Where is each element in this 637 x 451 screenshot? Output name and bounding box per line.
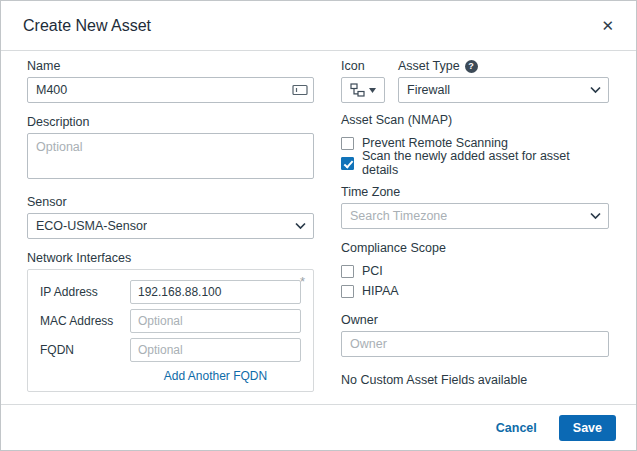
checkbox-label: HIPAA [362,284,399,298]
fqdn-input[interactable] [130,338,301,362]
custom-fields-note: No Custom Asset Fields available [341,373,609,387]
name-field: Name [27,59,314,103]
chevron-down-icon [590,87,601,94]
asset-type-select[interactable]: Firewall [398,77,609,103]
time-zone-field: Time Zone Search Timezone [341,185,609,229]
sensor-select[interactable]: ECO-USMA-Sensor [27,213,314,239]
name-label: Name [27,59,314,73]
right-column: Icon Asset Type ? [341,59,609,404]
checkbox-label: Prevent Remote Scanning [362,136,508,150]
interface-row-mac: MAC Address [40,309,301,333]
prevent-remote-scanning-checkbox[interactable] [341,137,354,150]
hipaa-option[interactable]: HIPAA [341,281,609,301]
text-entry-icon[interactable] [292,84,308,96]
checkbox-label: PCI [362,264,383,278]
asset-type-field: Asset Type ? Firewall [398,59,609,103]
dialog-header: Create New Asset ✕ [1,1,636,51]
asset-scan-section: Asset Scan (NMAP) Prevent Remote Scannin… [341,113,609,173]
interface-row-fqdn: FQDN [40,338,301,362]
description-input[interactable] [27,133,314,179]
pci-option[interactable]: PCI [341,261,609,281]
mac-address-input[interactable] [130,309,301,333]
scan-new-asset-checkbox[interactable] [341,157,354,170]
sensor-label: Sensor [27,195,314,209]
close-icon[interactable]: ✕ [597,14,618,37]
sensor-field: Sensor ECO-USMA-Sensor [27,195,314,239]
chevron-down-icon [295,223,306,230]
compliance-scope-section: Compliance Scope PCI HIPAA [341,241,609,301]
owner-input[interactable] [341,331,609,357]
interface-row-ip: IP Address [40,280,301,304]
add-another-fqdn-link[interactable]: Add Another FQDN [130,369,301,383]
icon-select[interactable] [341,77,385,103]
owner-field: Owner [341,313,609,357]
ip-address-input[interactable] [130,280,301,304]
cancel-button[interactable]: Cancel [496,421,537,435]
save-button[interactable]: Save [559,415,616,441]
network-interfaces-label: Network Interfaces [27,251,314,265]
fqdn-label: FQDN [40,343,130,357]
help-icon[interactable]: ? [465,60,478,73]
pci-checkbox[interactable] [341,265,354,278]
mac-address-label: MAC Address [40,314,130,328]
network-interfaces-section: Network Interfaces * IP Address MAC Addr… [27,251,314,404]
add-fqdn-row: Add Another FQDN [40,369,301,383]
compliance-scope-label: Compliance Scope [341,241,609,255]
name-input[interactable] [27,77,314,103]
left-column: Name Description Sensor ECO-USMA-Sensor [27,59,314,404]
required-marker: * [300,274,305,289]
asset-type-label: Asset Type [398,59,460,73]
hipaa-checkbox[interactable] [341,285,354,298]
scan-new-asset-option[interactable]: Scan the newly added asset for asset det… [341,153,609,173]
dialog-title: Create New Asset [23,17,597,35]
spacer [40,369,130,383]
caret-down-icon [369,88,376,93]
icon-label: Icon [341,59,365,73]
owner-label: Owner [341,313,609,327]
asset-scan-label: Asset Scan (NMAP) [341,113,609,127]
description-field: Description [27,115,314,183]
description-label: Description [27,115,314,129]
chevron-down-icon [590,213,601,220]
time-zone-select[interactable]: Search Timezone [341,203,609,229]
icon-field: Icon [341,59,385,103]
sensor-select-value: ECO-USMA-Sensor [36,219,147,233]
create-new-asset-dialog: Create New Asset ✕ Name Description Sens… [0,0,637,451]
time-zone-label: Time Zone [341,185,609,199]
dialog-footer: Cancel Save [1,404,636,450]
interface-box: * IP Address MAC Address FQDN [27,269,314,392]
ip-address-label: IP Address [40,285,130,299]
asset-type-select-value: Firewall [407,83,450,97]
icon-and-type-row: Icon Asset Type ? [341,59,609,103]
network-hierarchy-icon [350,83,365,97]
dialog-body: Name Description Sensor ECO-USMA-Sensor [1,51,636,404]
time-zone-placeholder: Search Timezone [350,209,447,223]
checkbox-label: Scan the newly added asset for asset det… [362,149,609,177]
